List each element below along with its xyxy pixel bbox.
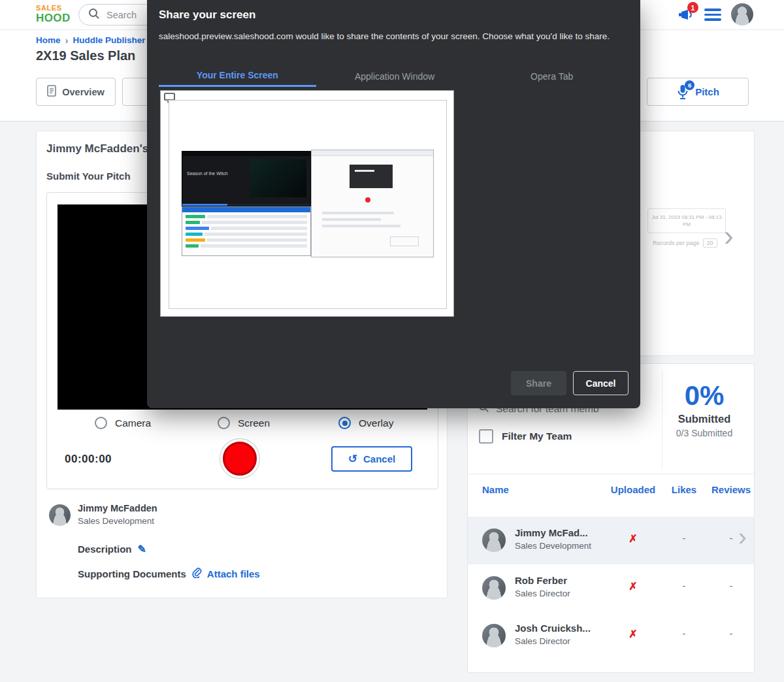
likes-value: - [674,532,694,544]
progress-sub: 0/3 Submitted [665,428,743,438]
mode-camera-radio[interactable]: Camera [95,417,151,429]
row-chevron-icon[interactable]: › [738,525,747,549]
tab-application-window[interactable]: Application Window [316,65,474,87]
share-button[interactable]: Share [511,371,566,395]
screen-preview-tile[interactable]: Season of the Witch [160,90,454,317]
mode-camera-label: Camera [115,417,151,429]
radio-icon[interactable] [95,417,107,429]
thumbnail-video-image [250,159,306,197]
dialog-tabs: Your Entire Screen Application Window Op… [159,65,630,87]
column-header-uploaded[interactable]: Uploaded [604,484,662,495]
likes-value: - [674,580,694,591]
page-title: 2X19 Sales Plan [36,48,135,63]
radio-icon[interactable] [218,417,230,429]
member-name: Josh Cruicksh... [515,623,591,634]
tab-opera-tab[interactable]: Opera Tab [473,65,630,87]
author-role: Sales Development [78,516,154,526]
dialog-message: saleshood.preview.saleshood.com would li… [159,30,630,43]
pitch-date-text: Jul 31, 2019 08:31 PM - 08:13 PM [649,214,724,228]
team-row[interactable]: Jimmy McFad... Sales Development ✗ - - › [468,517,754,564]
thumbnail-dark-block [350,165,393,188]
vertical-divider [662,370,662,468]
saleshood-logo[interactable]: SALES HOOD [36,5,71,24]
overview-tab-label: Overview [62,87,105,97]
undo-icon: ↺ [348,452,357,466]
column-header-name[interactable]: Name [482,484,509,495]
pitch-tab-label: Pitch [695,86,719,97]
author-avatar [49,504,71,526]
submit-pitch-heading: Submit Your Pitch [46,170,131,182]
member-avatar [482,576,506,600]
breadcrumb-home[interactable]: Home [36,35,61,45]
member-avatar [482,528,506,552]
pitch-tab-button[interactable]: 6 Pitch [647,78,749,106]
uploaded-cross-icon: ✗ [623,580,643,593]
paperclip-icon [191,567,202,580]
records-per-page-label: Records per page [653,240,700,246]
uploaded-cross-icon: ✗ [623,628,643,640]
column-header-reviews[interactable]: Reviews [707,484,755,495]
member-avatar [482,624,506,647]
thumbnail-progress-bar [182,204,310,206]
thumbnail-app-window [311,150,434,257]
thumbnail-record-dot [365,197,370,203]
user-avatar[interactable] [731,3,753,25]
breadcrumb-huddle-publisher[interactable]: Huddle Publisher [73,35,146,45]
radio-selected-icon[interactable] [338,417,351,429]
team-row[interactable]: Josh Cruicksh... Sales Director ✗ - - [468,612,754,660]
menu-icon[interactable] [704,8,721,24]
member-name: Jimmy McFad... [515,527,588,538]
description-row: Description ✎ [78,543,146,555]
horizontal-divider [468,474,754,474]
cancel-recording-button[interactable]: ↺ Cancel [331,446,412,472]
search-icon [88,8,100,22]
share-screen-dialog: Share your screen saleshood.preview.sale… [147,0,640,408]
thumbnail-app-titlebar [312,150,433,156]
cancel-recording-label: Cancel [363,453,395,464]
thumbnail-list-header [182,207,310,212]
microphone-icon: 6 [676,84,689,100]
notification-badge[interactable]: 1 [687,2,698,13]
breadcrumb: Home › Huddle Publisher › [36,35,154,46]
mode-overlay-label: Overlay [359,417,393,429]
mode-screen-label: Screen [238,417,270,429]
records-per-page-select[interactable]: 20 [703,238,717,248]
team-row[interactable]: Rob Ferber Sales Director ✗ - - [468,564,754,612]
pitch-heading: Jimmy McFadden's [46,142,148,155]
tab-entire-screen[interactable]: Your Entire Screen [159,65,316,87]
pitch-count-badge: 6 [685,80,694,90]
logo-top-text: SALES [36,5,71,12]
thumbnail-video-window: Season of the Witch [182,151,311,206]
records-per-page-row: Records per page 20 [653,238,717,248]
uploaded-cross-icon: ✗ [623,532,643,545]
member-role: Sales Director [515,636,570,646]
reviews-value: - [721,580,741,591]
member-role: Sales Development [515,541,591,551]
likes-value: - [674,628,694,639]
supporting-documents-row: Supporting Documents Attach files [78,567,260,580]
column-header-likes[interactable]: Likes [664,484,704,495]
document-icon [47,85,56,99]
thumbnail-video-title: Season of the Witch [187,171,228,176]
filter-checkbox[interactable] [479,429,493,444]
team-panel: Filter My Team 0% Submitted 0/3 Submitte… [467,363,755,673]
filter-my-team[interactable]: Filter My Team [479,429,572,444]
next-chevron-icon[interactable]: › [724,221,734,250]
edit-pencil-icon[interactable]: ✎ [138,543,146,555]
record-button[interactable] [223,442,257,476]
chevron-right-icon: › [65,35,69,46]
supporting-documents-label: Supporting Documents [78,568,186,579]
dialog-cancel-button[interactable]: Cancel [573,371,629,395]
pitch-date-card[interactable]: Jul 31, 2019 08:31 PM - 08:13 PM [647,208,726,233]
description-label: Description [78,544,132,555]
saleshood-app: SALES HOOD 1 Home › Huddle Publisher › 2… [0,0,784,682]
progress-percent: 0% [665,382,743,410]
attach-files-link[interactable]: Attach files [207,568,260,579]
author-name: Jimmy McFadden [78,503,157,513]
mode-overlay-radio[interactable]: Overlay [338,417,393,429]
mode-screen-radio[interactable]: Screen [218,417,270,429]
member-name: Rob Ferber [515,575,567,586]
submission-progress: 0% Submitted 0/3 Submitted [665,382,743,438]
dialog-title: Share your screen [159,8,255,22]
overview-tab-button[interactable]: Overview [36,78,116,106]
